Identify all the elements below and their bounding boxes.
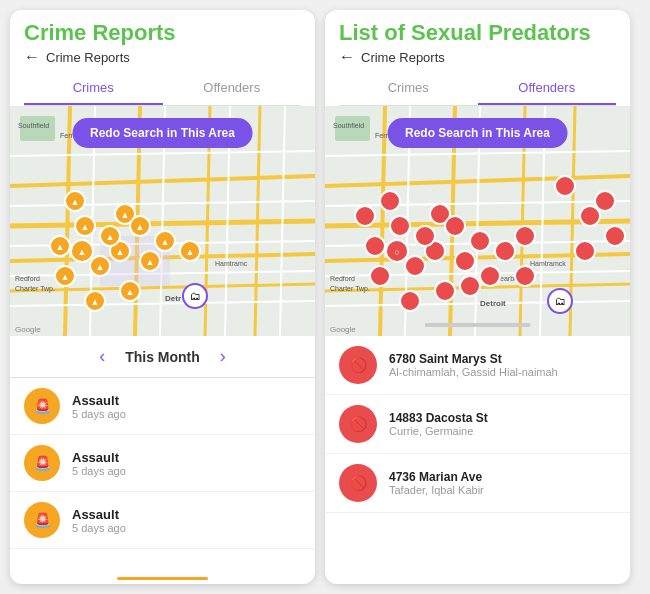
offender-address-1: 6780 Saint Marys St <box>389 352 558 366</box>
svg-point-95 <box>455 251 475 271</box>
svg-point-110 <box>605 226 625 246</box>
crime-title-3: Assault <box>72 507 126 522</box>
svg-point-113 <box>480 266 500 286</box>
svg-point-97 <box>390 216 410 236</box>
svg-point-109 <box>580 206 600 226</box>
svg-text:▲: ▲ <box>126 287 135 297</box>
crime-item-1[interactable]: 🚨 Assault 5 days ago <box>10 378 315 435</box>
left-tab-offenders[interactable]: Offenders <box>163 72 302 105</box>
svg-text:🗂: 🗂 <box>190 290 201 302</box>
crime-icon-1: 🚨 <box>24 388 60 424</box>
crime-icon-2: 🚨 <box>24 445 60 481</box>
offender-item-1[interactable]: 🚫 6780 Saint Marys St Al-chimamlah, Gass… <box>325 336 630 395</box>
right-back-label: Crime Reports <box>361 50 445 65</box>
offender-names-1: Al-chimamlah, Gassid Hial-naimah <box>389 366 558 378</box>
svg-text:Google: Google <box>15 325 41 334</box>
svg-text:○: ○ <box>394 247 399 257</box>
left-back-arrow-icon[interactable]: ← <box>24 48 40 66</box>
svg-text:Southfield: Southfield <box>18 122 49 129</box>
offender-address-3: 4736 Marian Ave <box>389 470 484 484</box>
svg-text:▲: ▲ <box>106 232 115 242</box>
svg-text:Redford: Redford <box>330 275 355 282</box>
right-header: List of Sexual Predators ← Crime Reports <box>325 10 630 72</box>
svg-point-114 <box>460 276 480 296</box>
offender-icon-3: 🚫 <box>339 464 377 502</box>
left-nav-back[interactable]: ← Crime Reports <box>24 48 301 66</box>
crime-time-2: 5 days ago <box>72 465 126 477</box>
svg-text:Detr: Detr <box>165 294 181 303</box>
svg-text:Redford: Redford <box>15 275 40 282</box>
crime-title-1: Assault <box>72 393 126 408</box>
crime-item-3[interactable]: 🚨 Assault 5 days ago <box>10 492 315 549</box>
offender-icon-1: 🚫 <box>339 346 377 384</box>
svg-point-96 <box>415 226 435 246</box>
offender-item-2[interactable]: 🚫 14883 Dacosta St Currie, Germaine <box>325 395 630 454</box>
svg-point-108 <box>595 191 615 211</box>
left-month-label: This Month <box>125 349 200 365</box>
svg-text:Hamtramc: Hamtramc <box>215 260 248 267</box>
svg-point-103 <box>435 281 455 301</box>
crime-time-3: 5 days ago <box>72 522 126 534</box>
crime-item-2[interactable]: 🚨 Assault 5 days ago <box>10 435 315 492</box>
svg-text:▲: ▲ <box>96 262 105 272</box>
svg-text:▲: ▲ <box>146 257 155 267</box>
svg-point-93 <box>370 266 390 286</box>
left-crime-list: 🚨 Assault 5 days ago 🚨 Assault 5 days ag… <box>10 378 315 573</box>
svg-text:▲: ▲ <box>61 272 70 282</box>
svg-text:▲: ▲ <box>116 247 125 257</box>
svg-point-105 <box>495 241 515 261</box>
offender-item-3[interactable]: 🚫 4736 Marian Ave Tafader, Iqbal Kabir <box>325 454 630 513</box>
svg-text:▲: ▲ <box>136 222 145 232</box>
right-tab-offenders[interactable]: Offenders <box>478 72 617 105</box>
svg-text:🗂: 🗂 <box>555 295 566 307</box>
left-app-title: Crime Reports <box>24 20 301 46</box>
svg-point-107 <box>555 176 575 196</box>
svg-text:Charter Twp.: Charter Twp. <box>15 285 55 293</box>
left-prev-month-button[interactable]: ‹ <box>99 346 105 367</box>
svg-point-112 <box>355 206 375 226</box>
crime-icon-3: 🚨 <box>24 502 60 538</box>
offender-address-2: 14883 Dacosta St <box>389 411 488 425</box>
svg-point-111 <box>575 241 595 261</box>
svg-text:Detroit: Detroit <box>480 299 506 308</box>
crime-title-2: Assault <box>72 450 126 465</box>
right-offender-list: 🚫 6780 Saint Marys St Al-chimamlah, Gass… <box>325 336 630 584</box>
left-header: Crime Reports ← Crime Reports <box>10 10 315 72</box>
left-map: Southfield Ferndale Redford Charter Twp.… <box>10 106 315 336</box>
offender-names-3: Tafader, Iqbal Kabir <box>389 484 484 496</box>
svg-text:▲: ▲ <box>121 210 130 220</box>
svg-point-102 <box>400 291 420 311</box>
right-nav-back[interactable]: ← Crime Reports <box>339 48 616 66</box>
crime-time-1: 5 days ago <box>72 408 126 420</box>
svg-point-101 <box>470 231 490 251</box>
right-back-arrow-icon[interactable]: ← <box>339 48 355 66</box>
svg-point-100 <box>445 216 465 236</box>
svg-text:▲: ▲ <box>161 237 170 247</box>
left-back-label: Crime Reports <box>46 50 130 65</box>
svg-text:Charter Twp.: Charter Twp. <box>330 285 370 293</box>
right-map: Southfield Ferndale Redford Charter Twp.… <box>325 106 630 336</box>
right-redo-button[interactable]: Redo Search in This Area <box>387 118 568 148</box>
svg-text:Hamtramck: Hamtramck <box>530 260 566 267</box>
svg-point-104 <box>380 191 400 211</box>
left-next-month-button[interactable]: › <box>220 346 226 367</box>
left-redo-button[interactable]: Redo Search in This Area <box>72 118 253 148</box>
svg-text:Google: Google <box>330 325 356 334</box>
crime-reports-panel: Crime Reports ← Crime Reports Crimes Off… <box>10 10 315 584</box>
sex-predators-panel: List of Sexual Predators ← Crime Reports… <box>325 10 630 584</box>
right-tab-crimes[interactable]: Crimes <box>339 72 478 105</box>
offender-icon-2: 🚫 <box>339 405 377 443</box>
svg-text:Southfield: Southfield <box>333 122 364 129</box>
right-tabs: Crimes Offenders <box>339 72 616 106</box>
left-tabs: Crimes Offenders <box>24 72 301 106</box>
svg-text:▲: ▲ <box>71 197 80 207</box>
left-scroll-indicator <box>117 577 209 580</box>
svg-text:▲: ▲ <box>186 247 195 257</box>
right-app-title: List of Sexual Predators <box>339 20 616 46</box>
svg-text:▲: ▲ <box>91 297 100 307</box>
svg-text:▲: ▲ <box>78 247 87 257</box>
svg-text:▲: ▲ <box>56 242 65 252</box>
offender-names-2: Currie, Germaine <box>389 425 488 437</box>
svg-point-99 <box>365 236 385 256</box>
left-tab-crimes[interactable]: Crimes <box>24 72 163 105</box>
